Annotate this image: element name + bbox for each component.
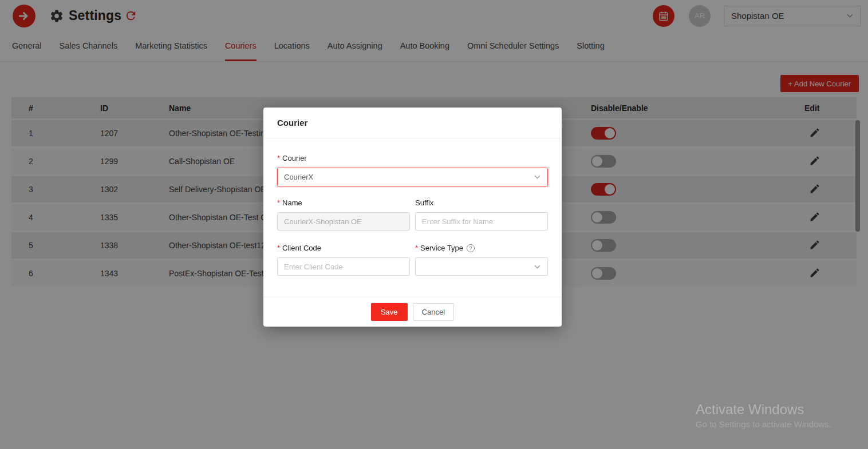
modal-title: Courier bbox=[263, 108, 562, 138]
courier-field-label: * Courier bbox=[277, 154, 548, 162]
save-button[interactable]: Save bbox=[371, 303, 408, 321]
courier-select-value: CourierX bbox=[284, 173, 313, 181]
service-type-select[interactable] bbox=[415, 257, 548, 276]
cancel-button[interactable]: Cancel bbox=[413, 303, 454, 321]
required-asterisk: * bbox=[415, 244, 418, 252]
courier-modal: Courier * Courier CourierX * Name Suffix bbox=[263, 108, 562, 327]
clientcode-servicetype-row: * Client Code * Service Type bbox=[277, 244, 548, 276]
service-type-field-label: * Service Type bbox=[415, 244, 548, 252]
modal-footer: Save Cancel bbox=[263, 297, 562, 327]
required-asterisk: * bbox=[277, 198, 280, 207]
name-field-label: * Name bbox=[277, 198, 410, 207]
name-suffix-row: * Name Suffix bbox=[277, 198, 548, 231]
required-asterisk: * bbox=[277, 154, 280, 162]
question-circle-icon[interactable] bbox=[467, 244, 475, 252]
suffix-input[interactable] bbox=[415, 212, 548, 231]
client-code-field-label: * Client Code bbox=[277, 244, 410, 252]
name-input[interactable] bbox=[277, 212, 410, 231]
courier-select[interactable]: CourierX bbox=[277, 168, 548, 186]
client-code-input[interactable] bbox=[277, 257, 410, 276]
chevron-down-icon bbox=[534, 173, 541, 181]
chevron-down-icon bbox=[534, 263, 541, 271]
suffix-field-label: Suffix bbox=[415, 198, 548, 207]
required-asterisk: * bbox=[277, 244, 280, 252]
modal-body: * Courier CourierX * Name Suffix bbox=[263, 138, 562, 276]
